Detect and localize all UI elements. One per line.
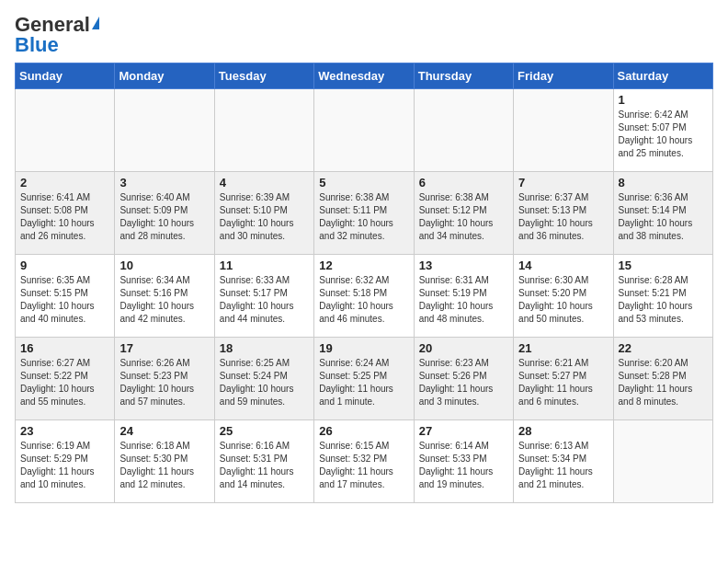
calendar-cell: 4Sunrise: 6:39 AM Sunset: 5:10 PM Daylig… [214, 172, 313, 255]
day-number: 28 [518, 424, 608, 438]
calendar-cell: 11Sunrise: 6:33 AM Sunset: 5:17 PM Dayli… [214, 255, 313, 338]
calendar-cell: 24Sunrise: 6:18 AM Sunset: 5:30 PM Dayli… [115, 420, 214, 503]
day-info: Sunrise: 6:25 AM Sunset: 5:24 PM Dayligh… [220, 357, 309, 408]
day-info: Sunrise: 6:35 AM Sunset: 5:15 PM Dayligh… [20, 274, 109, 326]
calendar-cell: 19Sunrise: 6:24 AM Sunset: 5:25 PM Dayli… [314, 338, 414, 420]
day-number: 16 [20, 341, 109, 355]
day-number: 11 [220, 259, 309, 272]
calendar-cell: 21Sunrise: 6:21 AM Sunset: 5:27 PM Dayli… [514, 338, 613, 420]
calendar-week-row: 23Sunrise: 6:19 AM Sunset: 5:29 PM Dayli… [16, 420, 713, 503]
calendar-cell: 27Sunrise: 6:14 AM Sunset: 5:33 PM Dayli… [414, 420, 513, 503]
calendar-cell [16, 89, 115, 172]
day-info: Sunrise: 6:30 AM Sunset: 5:20 PM Dayligh… [518, 274, 608, 326]
calendar-cell [214, 89, 313, 172]
calendar-cell: 16Sunrise: 6:27 AM Sunset: 5:22 PM Dayli… [16, 338, 115, 420]
calendar-cell: 8Sunrise: 6:36 AM Sunset: 5:14 PM Daylig… [613, 172, 712, 255]
day-info: Sunrise: 6:21 AM Sunset: 5:27 PM Dayligh… [518, 357, 608, 408]
calendar-cell: 9Sunrise: 6:35 AM Sunset: 5:15 PM Daylig… [16, 255, 115, 338]
day-info: Sunrise: 6:31 AM Sunset: 5:19 PM Dayligh… [419, 274, 508, 326]
day-info: Sunrise: 6:42 AM Sunset: 5:07 PM Dayligh… [619, 109, 708, 160]
calendar-cell: 12Sunrise: 6:32 AM Sunset: 5:18 PM Dayli… [314, 255, 414, 338]
calendar-cell: 14Sunrise: 6:30 AM Sunset: 5:20 PM Dayli… [514, 255, 613, 338]
day-info: Sunrise: 6:41 AM Sunset: 5:08 PM Dayligh… [20, 191, 109, 243]
day-info: Sunrise: 6:26 AM Sunset: 5:23 PM Dayligh… [119, 357, 209, 408]
calendar-cell: 7Sunrise: 6:37 AM Sunset: 5:13 PM Daylig… [514, 172, 613, 255]
day-number: 17 [119, 341, 209, 355]
calendar-cell [115, 89, 214, 172]
day-info: Sunrise: 6:40 AM Sunset: 5:09 PM Dayligh… [119, 191, 209, 243]
day-number: 9 [20, 259, 109, 272]
day-number: 14 [518, 259, 608, 272]
calendar-week-row: 16Sunrise: 6:27 AM Sunset: 5:22 PM Dayli… [16, 338, 713, 420]
calendar-cell: 28Sunrise: 6:13 AM Sunset: 5:34 PM Dayli… [514, 420, 613, 503]
day-info: Sunrise: 6:13 AM Sunset: 5:34 PM Dayligh… [518, 440, 608, 491]
day-number: 12 [319, 259, 408, 272]
logo-blue-text: Blue [15, 35, 59, 55]
day-info: Sunrise: 6:38 AM Sunset: 5:11 PM Dayligh… [319, 191, 408, 243]
calendar-cell: 10Sunrise: 6:34 AM Sunset: 5:16 PM Dayli… [115, 255, 214, 338]
day-number: 4 [220, 176, 309, 190]
calendar-cell: 20Sunrise: 6:23 AM Sunset: 5:26 PM Dayli… [414, 338, 513, 420]
day-info: Sunrise: 6:19 AM Sunset: 5:29 PM Dayligh… [20, 440, 109, 491]
day-info: Sunrise: 6:18 AM Sunset: 5:30 PM Dayligh… [119, 440, 209, 491]
day-number: 22 [619, 341, 708, 355]
calendar-cell [414, 89, 513, 172]
day-number: 1 [619, 93, 708, 107]
logo-icon [92, 17, 99, 29]
calendar-header-saturday: Saturday [613, 63, 712, 89]
day-number: 18 [220, 341, 309, 355]
day-number: 8 [619, 176, 708, 190]
header: General Blue [15, 15, 713, 55]
calendar-cell: 6Sunrise: 6:38 AM Sunset: 5:12 PM Daylig… [414, 172, 513, 255]
calendar-cell: 25Sunrise: 6:16 AM Sunset: 5:31 PM Dayli… [214, 420, 313, 503]
calendar-header-monday: Monday [115, 63, 214, 89]
calendar-header-tuesday: Tuesday [214, 63, 313, 89]
day-number: 23 [20, 424, 109, 438]
calendar-header-sunday: Sunday [16, 63, 115, 89]
logo-general-text: General [15, 15, 90, 35]
day-info: Sunrise: 6:32 AM Sunset: 5:18 PM Dayligh… [319, 274, 408, 326]
calendar-cell: 13Sunrise: 6:31 AM Sunset: 5:19 PM Dayli… [414, 255, 513, 338]
calendar-header-wednesday: Wednesday [314, 63, 414, 89]
calendar-cell: 5Sunrise: 6:38 AM Sunset: 5:11 PM Daylig… [314, 172, 414, 255]
logo: General Blue [15, 15, 99, 55]
day-info: Sunrise: 6:20 AM Sunset: 5:28 PM Dayligh… [619, 357, 708, 408]
calendar-cell: 3Sunrise: 6:40 AM Sunset: 5:09 PM Daylig… [115, 172, 214, 255]
day-info: Sunrise: 6:27 AM Sunset: 5:22 PM Dayligh… [20, 357, 109, 408]
day-info: Sunrise: 6:37 AM Sunset: 5:13 PM Dayligh… [518, 191, 608, 243]
day-info: Sunrise: 6:23 AM Sunset: 5:26 PM Dayligh… [419, 357, 508, 408]
calendar-header-friday: Friday [514, 63, 613, 89]
day-number: 21 [518, 341, 608, 355]
day-number: 6 [419, 176, 508, 190]
day-number: 20 [419, 341, 508, 355]
day-number: 5 [319, 176, 408, 190]
day-info: Sunrise: 6:39 AM Sunset: 5:10 PM Dayligh… [220, 191, 309, 243]
day-number: 13 [419, 259, 508, 272]
calendar-header-row: SundayMondayTuesdayWednesdayThursdayFrid… [16, 63, 713, 89]
calendar-cell: 22Sunrise: 6:20 AM Sunset: 5:28 PM Dayli… [613, 338, 712, 420]
day-info: Sunrise: 6:24 AM Sunset: 5:25 PM Dayligh… [319, 357, 408, 408]
calendar-cell [314, 89, 414, 172]
calendar-cell: 23Sunrise: 6:19 AM Sunset: 5:29 PM Dayli… [16, 420, 115, 503]
calendar: SundayMondayTuesdayWednesdayThursdayFrid… [15, 63, 713, 503]
day-info: Sunrise: 6:34 AM Sunset: 5:16 PM Dayligh… [119, 274, 209, 326]
day-number: 25 [220, 424, 309, 438]
calendar-cell: 1Sunrise: 6:42 AM Sunset: 5:07 PM Daylig… [613, 89, 712, 172]
day-number: 3 [119, 176, 209, 190]
calendar-cell: 17Sunrise: 6:26 AM Sunset: 5:23 PM Dayli… [115, 338, 214, 420]
day-info: Sunrise: 6:14 AM Sunset: 5:33 PM Dayligh… [419, 440, 508, 491]
day-info: Sunrise: 6:36 AM Sunset: 5:14 PM Dayligh… [619, 191, 708, 243]
day-number: 15 [619, 259, 708, 272]
day-number: 7 [518, 176, 608, 190]
calendar-week-row: 9Sunrise: 6:35 AM Sunset: 5:15 PM Daylig… [16, 255, 713, 338]
calendar-week-row: 2Sunrise: 6:41 AM Sunset: 5:08 PM Daylig… [16, 172, 713, 255]
calendar-cell: 18Sunrise: 6:25 AM Sunset: 5:24 PM Dayli… [214, 338, 313, 420]
calendar-cell: 2Sunrise: 6:41 AM Sunset: 5:08 PM Daylig… [16, 172, 115, 255]
calendar-cell: 15Sunrise: 6:28 AM Sunset: 5:21 PM Dayli… [613, 255, 712, 338]
day-info: Sunrise: 6:28 AM Sunset: 5:21 PM Dayligh… [619, 274, 708, 326]
day-number: 26 [319, 424, 408, 438]
day-info: Sunrise: 6:38 AM Sunset: 5:12 PM Dayligh… [419, 191, 508, 243]
calendar-week-row: 1Sunrise: 6:42 AM Sunset: 5:07 PM Daylig… [16, 89, 713, 172]
calendar-header-thursday: Thursday [414, 63, 513, 89]
day-number: 24 [119, 424, 209, 438]
